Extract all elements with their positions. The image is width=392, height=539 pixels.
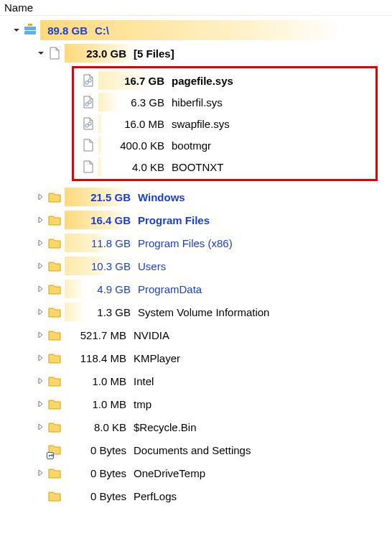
expander-expand-icon[interactable] bbox=[36, 262, 46, 270]
expander-expand-icon[interactable] bbox=[36, 308, 46, 315]
expander-expand-icon[interactable] bbox=[36, 354, 46, 361]
folder-name: Windows bbox=[138, 191, 392, 203]
column-header-name[interactable]: Name bbox=[0, 0, 392, 16]
svg-rect-0 bbox=[24, 27, 36, 30]
expander-expand-icon[interactable] bbox=[36, 285, 46, 292]
file-name: bootmgr bbox=[172, 139, 375, 152]
folder-size: 1.3 GB bbox=[69, 306, 138, 318]
tree-row-folder[interactable]: 521.7 MB NVIDIA bbox=[0, 323, 392, 346]
tree-row-file[interactable]: 16.7 GB pagefile.sys bbox=[74, 70, 375, 91]
tree-row-files-group[interactable]: 23.0 GB [5 Files] bbox=[0, 42, 392, 65]
expander-collapse-icon[interactable] bbox=[36, 50, 46, 57]
folder-name: tmp bbox=[134, 398, 392, 410]
folder-name: Program Files bbox=[138, 214, 392, 226]
svg-rect-1 bbox=[24, 31, 36, 34]
column-header-label: Name bbox=[4, 1, 33, 14]
expander-expand-icon[interactable] bbox=[36, 423, 46, 430]
folder-name: Program Files (x86) bbox=[138, 237, 392, 249]
folder-icon bbox=[47, 397, 62, 410]
system-file-icon bbox=[81, 96, 95, 109]
highlight-box: 16.7 GB pagefile.sys 6.3 GB hiberfil.sys… bbox=[72, 66, 378, 181]
folder-name: $Recycle.Bin bbox=[134, 421, 392, 433]
folder-icon bbox=[47, 236, 62, 249]
folder-name: Documents and Settings bbox=[134, 444, 392, 456]
folder-icon bbox=[47, 259, 62, 272]
folder-size: 1.0 MB bbox=[65, 398, 134, 410]
tree-row-folder[interactable]: 10.3 GB Users bbox=[0, 254, 392, 277]
files-group-size: 23.0 GB bbox=[69, 47, 134, 60]
folder-size: 0 Bytes bbox=[65, 467, 134, 479]
file-size: 6.3 GB bbox=[103, 96, 172, 109]
folder-name: KMPlayer bbox=[134, 352, 392, 364]
file-size: 400.0 KB bbox=[103, 139, 172, 152]
folder-size: 0 Bytes bbox=[65, 490, 134, 502]
folder-shortcut-icon bbox=[47, 443, 62, 458]
tree-row-drive[interactable]: 89.8 GB C:\ bbox=[0, 19, 392, 42]
tree-row-folder[interactable]: 16.4 GB Program Files bbox=[0, 208, 392, 231]
folder-size: 8.0 KB bbox=[65, 421, 134, 433]
folder-size: 118.4 MB bbox=[65, 352, 134, 364]
tree-row-folder[interactable]: 11.8 GB Program Files (x86) bbox=[0, 231, 392, 254]
folder-size: 1.0 MB bbox=[65, 375, 134, 387]
folder-name: PerfLogs bbox=[134, 490, 392, 502]
tree-row-file[interactable]: 400.0 KB bootmgr bbox=[74, 134, 375, 156]
tree-row-file[interactable]: 4.0 KB BOOTNXT bbox=[74, 156, 375, 178]
file-icon bbox=[47, 47, 62, 60]
tree-row-folder[interactable]: 1.0 MB Intel bbox=[0, 369, 392, 392]
expander-expand-icon[interactable] bbox=[36, 469, 46, 476]
file-icon bbox=[81, 160, 95, 173]
folder-name: Intel bbox=[134, 375, 392, 387]
folder-name: ProgramData bbox=[138, 283, 392, 295]
file-size: 16.0 MB bbox=[103, 118, 172, 130]
folder-size: 21.5 GB bbox=[69, 191, 138, 203]
file-icon bbox=[81, 139, 95, 152]
folder-icon bbox=[47, 466, 62, 479]
folder-list: 21.5 GB Windows 16.4 GB Program Files 11… bbox=[0, 185, 392, 507]
drive-name: C:\ bbox=[95, 24, 392, 37]
tree-row-folder[interactable]: 8.0 KB $Recycle.Bin bbox=[0, 415, 392, 438]
folder-size: 10.3 GB bbox=[69, 260, 138, 272]
expander-expand-icon[interactable] bbox=[36, 331, 46, 338]
folder-size: 521.7 MB bbox=[65, 329, 134, 341]
folder-icon bbox=[47, 420, 62, 433]
folder-icon bbox=[47, 190, 62, 203]
folder-size: 0 Bytes bbox=[65, 444, 134, 456]
tree-row-folder[interactable]: 1.3 GB System Volume Information bbox=[0, 300, 392, 323]
folder-icon bbox=[47, 305, 62, 318]
drive-size: 89.8 GB bbox=[45, 24, 95, 37]
folder-size: 11.8 GB bbox=[69, 237, 138, 249]
file-name: hiberfil.sys bbox=[172, 96, 375, 109]
file-size: 4.0 KB bbox=[103, 161, 172, 173]
expander-expand-icon[interactable] bbox=[36, 239, 46, 247]
folder-icon bbox=[47, 328, 62, 341]
tree-row-folder[interactable]: 0 Bytes OneDriveTemp bbox=[0, 461, 392, 484]
folder-size: 4.9 GB bbox=[69, 283, 138, 295]
tree-row-file[interactable]: 16.0 MB swapfile.sys bbox=[74, 113, 375, 134]
system-file-icon bbox=[81, 74, 95, 87]
files-group-label: [5 Files] bbox=[134, 47, 392, 60]
folder-size: 16.4 GB bbox=[69, 214, 138, 226]
svg-rect-2 bbox=[28, 24, 32, 26]
folder-icon bbox=[47, 351, 62, 364]
folder-name: Users bbox=[138, 260, 392, 272]
drive-icon bbox=[23, 24, 37, 37]
expander-expand-icon[interactable] bbox=[36, 193, 46, 201]
folder-icon bbox=[47, 489, 62, 502]
file-name: pagefile.sys bbox=[172, 75, 375, 87]
tree-row-folder[interactable]: 4.9 GB ProgramData bbox=[0, 277, 392, 300]
file-name: BOOTNXT bbox=[172, 161, 375, 173]
tree-row-folder[interactable]: 118.4 MB KMPlayer bbox=[0, 346, 392, 369]
tree-row-folder[interactable]: 0 Bytes Documents and Settings bbox=[0, 438, 392, 461]
tree-row-folder[interactable]: 0 Bytes PerfLogs bbox=[0, 484, 392, 507]
folder-name: OneDriveTemp bbox=[134, 467, 392, 479]
file-size: 16.7 GB bbox=[103, 75, 172, 87]
tree: 89.8 GB C:\ 23.0 GB [5 Files] 16.7 GB pa… bbox=[0, 16, 392, 510]
expander-expand-icon[interactable] bbox=[36, 400, 46, 407]
tree-row-folder[interactable]: 21.5 GB Windows bbox=[0, 185, 392, 208]
expander-expand-icon[interactable] bbox=[36, 216, 46, 224]
expander-expand-icon[interactable] bbox=[36, 377, 46, 384]
tree-row-file[interactable]: 6.3 GB hiberfil.sys bbox=[74, 91, 375, 113]
expander-collapse-icon[interactable] bbox=[11, 27, 22, 34]
tree-row-folder[interactable]: 1.0 MB tmp bbox=[0, 392, 392, 415]
folder-icon bbox=[47, 374, 62, 387]
